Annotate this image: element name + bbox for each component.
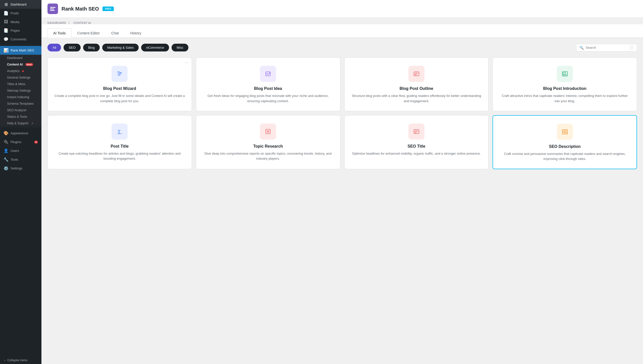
posts-icon: 📄: [4, 11, 9, 16]
card-desc: Create eye-catching headlines for articl…: [54, 151, 186, 162]
sidebar-item-label: Posts: [11, 11, 19, 15]
card-desc: Optimize headlines for enhanced visibili…: [351, 151, 483, 156]
sidebar-item-label: Pages: [11, 29, 20, 32]
filter-seo[interactable]: SEO: [64, 44, 80, 51]
general-settings-label: General Settings: [7, 76, 30, 79]
sidebar-item-sub-dashboard[interactable]: Dashboard: [0, 55, 41, 61]
card-title: Blog Post Idea: [202, 86, 334, 91]
card-desc: Craft concise and persuasive summaries t…: [499, 151, 630, 162]
app-title: Rank Math SEO: [62, 6, 99, 12]
card-title: Topic Research: [202, 144, 334, 149]
appearance-label: Appearance: [11, 131, 28, 135]
sidebar-item-tools[interactable]: 🔧 Tools: [0, 155, 41, 164]
wordpress-sidebar: ⊞ Dashboard 📄 Posts 🖼 Media 📑 Pages 💬 Co…: [0, 0, 41, 364]
card-title: Post Title: [54, 144, 186, 149]
svg-rect-6: [563, 73, 566, 74]
collapse-icon: ←: [4, 358, 7, 362]
sidebar-item-media[interactable]: 🖼 Media: [0, 18, 41, 26]
collapse-menu-button[interactable]: ← Collapse menu: [0, 356, 41, 364]
sidebar-item-pages[interactable]: 📑 Pages: [0, 26, 41, 35]
filter-ecommerce[interactable]: eCommerce: [141, 44, 169, 51]
search-input[interactable]: [586, 46, 628, 49]
sub-dashboard-label: Dashboard: [7, 56, 22, 60]
app-logo: [47, 4, 58, 14]
sidebar-item-sitemap-settings[interactable]: Sitemap Settings: [0, 87, 41, 94]
sidebar-item-settings[interactable]: ⚙️ Settings: [0, 164, 41, 173]
sidebar-item-plugins[interactable]: 🔌 Plugins 6: [0, 138, 41, 146]
plugins-badge: 6: [34, 141, 38, 144]
tab-ai-tools[interactable]: AI Tools: [47, 28, 72, 38]
filter-all[interactable]: All: [47, 44, 61, 51]
content-ai-label: Content AI: [7, 63, 23, 66]
filter-misc[interactable]: Misc: [172, 44, 188, 51]
pages-icon: 📑: [4, 28, 9, 33]
tab-chat[interactable]: Chat: [105, 28, 125, 38]
sidebar-item-instant-indexing[interactable]: Instant Indexing: [0, 94, 41, 100]
svg-point-10: [268, 131, 269, 132]
card-desc: Dive deep into comprehensive reports on …: [202, 151, 334, 162]
sidebar-item-label: Rank Math SEO: [11, 48, 34, 52]
external-link-icon: ↗: [31, 122, 33, 125]
card-icon-seo-description: [557, 124, 573, 140]
card-icon-blog-post-outline: [408, 66, 424, 82]
card-icon-post-title: T: [112, 124, 128, 140]
sidebar-item-general-settings[interactable]: General Settings: [0, 74, 41, 81]
tools-label: Tools: [11, 158, 18, 161]
sidebar-item-label: Dashboard: [11, 3, 27, 6]
sidebar-item-analytics[interactable]: Analytics: [0, 68, 41, 74]
card-blog-post-idea[interactable]: Blog Post Idea Get fresh ideas for engag…: [196, 57, 340, 111]
help-support-label: Help & Support: [7, 122, 28, 125]
tools-icon: 🔧: [4, 157, 9, 162]
tab-content-editor[interactable]: Content Editor: [72, 28, 106, 38]
breadcrumb: DASHBOARD / CONTENT AI: [41, 18, 643, 24]
top-header: Rank Math SEO PRO: [41, 0, 643, 18]
card-seo-description[interactable]: SEO Description Craft concise and persua…: [493, 115, 637, 169]
sidebar-item-rank-math-seo[interactable]: 📊 Rank Math SEO: [0, 46, 41, 55]
card-desc: Structure blog posts with a clear flow, …: [351, 93, 483, 104]
sidebar-item-label: Comments: [11, 37, 26, 41]
content-ai-new-badge: New!: [25, 63, 33, 66]
card-blog-post-introduction[interactable]: Blog Post Introduction Craft attractive …: [493, 57, 637, 111]
filter-blog[interactable]: Blog: [83, 44, 100, 51]
card-desc: Craft attractive intros that captivate r…: [499, 93, 631, 104]
appearance-icon: 🎨: [4, 131, 9, 136]
card-seo-title[interactable]: SEO Title Optimize headlines for enhance…: [344, 115, 489, 169]
card-topic-research[interactable]: Topic Research Dive deep into comprehens…: [196, 115, 340, 169]
dashboard-icon: ⊞: [4, 2, 9, 7]
sidebar-item-content-ai[interactable]: Content AI New!: [0, 61, 41, 68]
sidebar-item-users[interactable]: 👤 Users: [0, 146, 41, 155]
sidebar-item-posts[interactable]: 📄 Posts: [0, 9, 41, 18]
card-menu-icon[interactable]: ⋯: [185, 61, 188, 65]
sidebar-divider-2: [0, 128, 41, 128]
breadcrumb-parent[interactable]: DASHBOARD: [47, 21, 66, 24]
card-title: SEO Description: [499, 144, 630, 149]
instant-indexing-label: Instant Indexing: [7, 95, 29, 99]
svg-rect-1: [50, 9, 54, 9]
svg-rect-0: [50, 7, 56, 8]
users-icon: 👤: [4, 148, 9, 153]
sidebar-item-comments[interactable]: 💬 Comments: [0, 35, 41, 44]
breadcrumb-current: CONTENT AI: [73, 21, 91, 24]
seo-analyzer-label: SEO Analyzer: [7, 108, 27, 112]
card-post-title[interactable]: T Post Title Create eye-catching headlin…: [47, 115, 192, 169]
tab-history[interactable]: History: [125, 28, 147, 38]
card-icon-seo-title: [408, 124, 424, 140]
sidebar-item-appearance[interactable]: 🎨 Appearance: [0, 129, 41, 138]
card-blog-post-wizard[interactable]: ⋯ Blog Post Wizard Create a complete blo…: [47, 57, 192, 111]
card-title: Blog Post Wizard: [54, 86, 186, 91]
pro-badge: PRO: [102, 7, 114, 11]
sidebar-item-help-support[interactable]: Help & Support ↗: [0, 120, 41, 127]
sidebar-item-status-tools[interactable]: Status & Tools: [0, 113, 41, 120]
search-box[interactable]: 🔍 /: [576, 44, 637, 51]
analytics-label: Analytics: [7, 69, 20, 73]
plugins-label: Plugins: [11, 140, 21, 144]
sidebar-item-titles-meta[interactable]: Titles & Meta: [0, 81, 41, 87]
status-tools-label: Status & Tools: [7, 115, 27, 118]
filter-marketing[interactable]: Marketing & Sales: [102, 44, 139, 51]
tab-navigation: AI Tools Content Editor Chat History: [41, 24, 643, 38]
card-blog-post-outline[interactable]: Blog Post Outline Structure blog posts w…: [344, 57, 489, 111]
rank-math-submenu: Dashboard Content AI New! Analytics Gene…: [0, 55, 41, 127]
sidebar-item-dashboard[interactable]: ⊞ Dashboard: [0, 0, 41, 9]
sidebar-item-seo-analyzer[interactable]: SEO Analyzer: [0, 107, 41, 113]
sidebar-item-schema-templates[interactable]: Schema Templates: [0, 100, 41, 107]
